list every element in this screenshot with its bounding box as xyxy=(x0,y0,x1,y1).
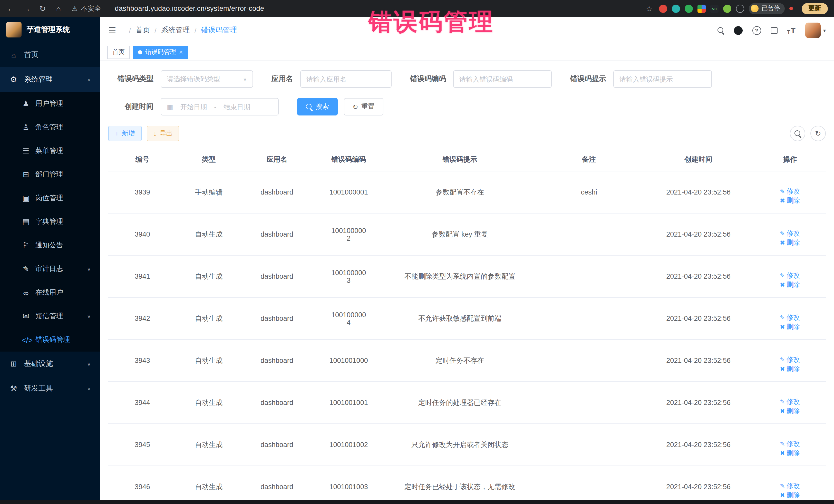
edit-link[interactable]: ✎修改 xyxy=(780,440,800,447)
close-icon[interactable]: × xyxy=(179,48,183,56)
cell-hint: 不允许获取敏感配置到前端 xyxy=(385,298,535,339)
column-header[interactable]: 创建时间 xyxy=(643,148,754,171)
error-hint-input[interactable] xyxy=(619,75,706,83)
toggle-search-button[interactable] xyxy=(790,126,805,141)
cell-code: 1001001003 xyxy=(313,466,385,504)
sidebar-subitem[interactable]: ▣ 岗位管理 ∨ xyxy=(0,186,100,210)
cell-remark: ceshi xyxy=(535,171,643,213)
sidebar-item[interactable]: ⚙ 系统管理 ∧ xyxy=(0,67,100,92)
breadcrumb-item[interactable]: 错误码管理 xyxy=(190,26,237,35)
delete-link[interactable]: ✖删除 xyxy=(780,491,800,499)
cell-type: 自动生成 xyxy=(177,466,241,504)
sidebar-subitem[interactable]: ☰ 菜单管理 ∨ xyxy=(0,139,100,163)
column-header[interactable]: 错误码编码 xyxy=(313,148,385,171)
sidebar-subitem[interactable]: ⊟ 部门管理 ∨ xyxy=(0,163,100,186)
extension-icon-paw[interactable] xyxy=(723,4,731,13)
menu-bottom-group: ⊞ 基础设施 ∨ ⚒ 研发工具 ∨ xyxy=(0,352,100,401)
github-icon[interactable] xyxy=(734,26,742,35)
sidebar-subitem[interactable]: ✉ 短信管理 ∨ xyxy=(0,304,100,328)
column-header[interactable]: 错误码提示 xyxy=(385,148,535,171)
column-header[interactable]: 备注 xyxy=(535,148,643,171)
back-icon[interactable]: ← xyxy=(6,4,15,13)
refresh-table-button[interactable]: ↻ xyxy=(810,126,826,141)
cell-created: 2021-04-20 23:52:56 xyxy=(643,339,754,381)
notification-dot xyxy=(789,7,793,10)
edit-link[interactable]: ✎修改 xyxy=(780,398,800,406)
home-icon[interactable]: ⌂ xyxy=(54,4,63,13)
chevron-up-icon: ∧ xyxy=(87,77,91,82)
fullscreen-icon[interactable] xyxy=(771,27,777,34)
edit-link[interactable]: ✎修改 xyxy=(780,482,800,490)
reset-button[interactable]: ↻ 重置 xyxy=(344,98,383,115)
cell-id: 3945 xyxy=(108,424,177,466)
extension-icon-teal[interactable] xyxy=(672,4,680,13)
view-tag[interactable]: 错误码管理 × xyxy=(133,45,188,59)
delete-link[interactable]: ✖删除 xyxy=(780,197,800,204)
breadcrumb-item[interactable]: 首页 xyxy=(125,26,150,35)
extension-icon-record[interactable] xyxy=(659,4,667,13)
date-range-picker[interactable]: ▦ - xyxy=(161,98,279,115)
add-button[interactable]: + 新增 xyxy=(108,126,141,141)
view-tags-bar: 首页 × 错误码管理 × xyxy=(100,44,834,61)
delete-link[interactable]: ✖删除 xyxy=(780,365,800,373)
start-date-input[interactable] xyxy=(177,103,211,111)
breadcrumb-item[interactable]: 系统管理 xyxy=(150,26,190,35)
font-size-icon[interactable]: T T xyxy=(787,26,795,35)
column-header[interactable]: 操作 xyxy=(754,148,826,171)
sidebar-toggle-icon[interactable]: ☰ xyxy=(108,25,116,36)
sidebar-item[interactable]: ⊞ 基础设施 ∨ xyxy=(0,352,100,376)
extension-icon-on-badge[interactable]: on xyxy=(710,4,719,13)
end-date-input[interactable] xyxy=(220,103,254,111)
export-button[interactable]: ↓ 导出 xyxy=(147,126,179,141)
cell-app: dashboard xyxy=(241,339,313,381)
reload-icon[interactable]: ↻ xyxy=(38,4,47,13)
column-header[interactable]: 应用名 xyxy=(241,148,313,171)
edit-link[interactable]: ✎修改 xyxy=(780,356,800,364)
security-indicator[interactable]: ⚠ 不安全 xyxy=(72,4,101,13)
search-icon[interactable] xyxy=(717,27,724,34)
view-tag[interactable]: 首页 × xyxy=(107,45,130,59)
delete-link[interactable]: ✖删除 xyxy=(780,449,800,457)
update-button[interactable]: 更新 xyxy=(802,3,828,14)
column-header[interactable]: 类型 xyxy=(177,148,241,171)
edit-link[interactable]: ✎修改 xyxy=(780,187,800,195)
delete-link[interactable]: ✖删除 xyxy=(780,323,800,330)
sidebar-subitem[interactable]: ♟ 用户管理 ∨ xyxy=(0,92,100,115)
sidebar-item[interactable]: ⚒ 研发工具 ∨ xyxy=(0,376,100,401)
extension-icon-grid[interactable] xyxy=(698,4,706,13)
menu-icon: ♙ xyxy=(22,123,30,132)
search-button[interactable]: 搜索 xyxy=(297,98,338,115)
menu-label: 角色管理 xyxy=(36,123,91,132)
sidebar-subitem[interactable]: </> 错误码管理 ∨ xyxy=(0,328,100,352)
profile-paused-pill[interactable]: 已暂停 xyxy=(749,3,785,14)
address-bar[interactable]: dashboard.yudao.iocoder.cn/system/error-… xyxy=(115,5,264,12)
filter-row-2: 创建时间 ▦ - 搜索 ↻ 重置 xyxy=(108,98,826,115)
column-header[interactable]: 编号 xyxy=(108,148,177,171)
delete-icon: ✖ xyxy=(780,492,785,499)
edit-link[interactable]: ✎修改 xyxy=(780,313,800,321)
extensions-puzzle-icon[interactable] xyxy=(736,4,744,13)
error-code-input[interactable] xyxy=(459,75,546,83)
sidebar-subitem[interactable]: ▤ 字典管理 ∨ xyxy=(0,210,100,234)
sidebar-item[interactable]: ⌂ 首页 ∧ xyxy=(0,43,100,67)
sidebar-subitem[interactable]: ✎ 审计日志 ∨ xyxy=(0,257,100,281)
help-icon[interactable]: ? xyxy=(752,26,761,35)
app-name-input[interactable] xyxy=(306,75,386,83)
sidebar-subitem[interactable]: ⚐ 通知公告 ∨ xyxy=(0,234,100,257)
app-logo[interactable]: 芋道管理系统 xyxy=(0,17,100,43)
delete-link[interactable]: ✖删除 xyxy=(780,239,800,246)
cell-id: 3943 xyxy=(108,339,177,381)
forward-icon[interactable]: → xyxy=(22,4,31,13)
menu-icon: </> xyxy=(22,335,30,344)
delete-link[interactable]: ✖删除 xyxy=(780,281,800,288)
user-menu[interactable]: ▾ xyxy=(805,23,826,38)
sidebar-subitem[interactable]: ∞ 在线用户 ∨ xyxy=(0,281,100,304)
extension-icon-green[interactable] xyxy=(685,4,693,13)
error-type-select[interactable]: 请选择错误码类型 ∨ xyxy=(161,70,253,88)
edit-link[interactable]: ✎修改 xyxy=(780,271,800,279)
bookmark-star-icon[interactable]: ☆ xyxy=(646,4,652,13)
sidebar-subitem[interactable]: ♙ 角色管理 ∨ xyxy=(0,115,100,139)
delete-link[interactable]: ✖删除 xyxy=(780,407,800,415)
edit-link[interactable]: ✎修改 xyxy=(780,229,800,237)
menu-icon: ☰ xyxy=(22,146,30,155)
